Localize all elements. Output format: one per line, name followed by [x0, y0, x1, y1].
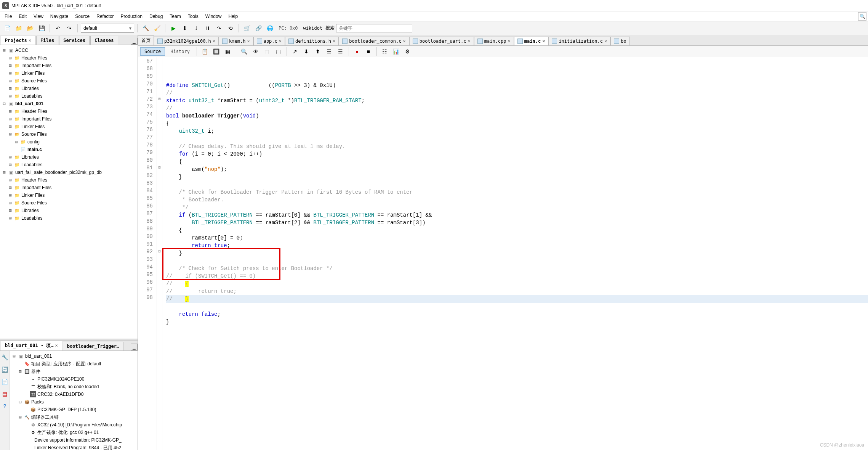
- fold-toggle[interactable]: [157, 126, 162, 133]
- expand-toggle[interactable]: ⊞: [8, 177, 13, 183]
- code-line[interactable]: if (BTL_TRIGGER_PATTERN == ramStart[0] &…: [166, 211, 868, 219]
- editor-tool-icon[interactable]: ⬇: [301, 47, 311, 56]
- tree-row[interactable]: ⊞📁Important Files: [0, 184, 138, 191]
- line-number[interactable]: 84: [138, 187, 153, 194]
- wrench-icon[interactable]: 🔧: [0, 352, 10, 362]
- fold-toggle[interactable]: [157, 111, 162, 118]
- line-number[interactable]: 97: [138, 286, 153, 294]
- line-number[interactable]: 91: [138, 240, 153, 248]
- tree-row[interactable]: ⊞📁Source Files: [0, 199, 138, 207]
- expand-toggle[interactable]: ⊞: [8, 215, 13, 221]
- fold-toggle[interactable]: [157, 88, 162, 95]
- line-number[interactable]: 67: [138, 57, 153, 65]
- editor-tab[interactable]: bootloader_common.c×: [339, 37, 409, 45]
- tree-row[interactable]: ⊞📁Loadables: [0, 161, 138, 169]
- fold-toggle[interactable]: [157, 65, 162, 72]
- search-icon[interactable]: 🔍: [858, 12, 866, 21]
- expand-toggle[interactable]: ⊞: [8, 162, 13, 167]
- close-icon[interactable]: ×: [468, 39, 471, 44]
- close-icon[interactable]: ×: [247, 39, 250, 44]
- cart-icon[interactable]: 🛒: [242, 23, 252, 33]
- tree-row[interactable]: ⊞📁Important Files: [0, 115, 138, 123]
- line-number[interactable]: 98: [138, 294, 153, 301]
- editor-tool-icon[interactable]: ⬆: [313, 47, 323, 56]
- tree-row[interactable]: 📄main.c: [0, 146, 138, 153]
- menu-help[interactable]: Help: [225, 13, 241, 20]
- editor-tab[interactable]: main.c×: [514, 37, 549, 45]
- line-number[interactable]: 77: [138, 133, 153, 141]
- close-icon[interactable]: ×: [542, 39, 545, 44]
- tree-row[interactable]: ⊞📁Header Files: [0, 176, 138, 184]
- stop-icon[interactable]: ■: [364, 47, 373, 56]
- tree-row[interactable]: ⊟▣uart_fail_safe_bootloader_pic32mk_gp_d…: [0, 169, 138, 176]
- expand-toggle[interactable]: ⊟: [8, 132, 13, 137]
- undo-button[interactable]: ↶: [53, 23, 63, 33]
- expand-toggle[interactable]: ⊟: [2, 48, 7, 53]
- code-line[interactable]: return true;: [166, 242, 868, 249]
- expand-toggle[interactable]: ⊞: [8, 124, 13, 129]
- menu-team[interactable]: Team: [167, 13, 184, 20]
- reset-button[interactable]: ⟲: [226, 23, 235, 33]
- fold-toggle[interactable]: [157, 149, 162, 156]
- line-number[interactable]: 73: [138, 103, 153, 111]
- editor-tool-icon[interactable]: ▦: [223, 47, 233, 56]
- editor-tab[interactable]: p32mk1024gpe100.h×: [154, 37, 219, 45]
- tree-row[interactable]: ⊞📁Loadables: [0, 214, 138, 222]
- expand-toggle[interactable]: ⊞: [8, 55, 13, 61]
- editor-tool-icon[interactable]: ↗: [290, 47, 300, 56]
- expand-toggle[interactable]: ⊞: [8, 185, 13, 190]
- fold-toggle[interactable]: [157, 194, 162, 202]
- run-button[interactable]: ▶: [168, 23, 178, 33]
- fold-toggle[interactable]: [157, 210, 162, 217]
- code-line[interactable]: for (i = 0; i < 2000; i++): [166, 150, 868, 158]
- save-all-button[interactable]: 💾: [37, 23, 46, 33]
- expand-toggle[interactable]: ⊞: [8, 109, 13, 114]
- tree-row[interactable]: ⊞📁Header Files: [0, 54, 138, 62]
- code-line[interactable]: */: [166, 204, 868, 211]
- code-line[interactable]: // if (SWITCH_Get() == 0): [166, 272, 868, 280]
- expand-toggle[interactable]: ⊞: [8, 71, 13, 76]
- expand-toggle[interactable]: ⊞: [14, 139, 19, 145]
- config-combo[interactable]: default ▾: [81, 24, 134, 33]
- expand-toggle[interactable]: ⊞: [8, 208, 13, 213]
- line-number[interactable]: 95: [138, 271, 153, 278]
- fold-toggle[interactable]: [157, 278, 162, 286]
- code-line[interactable]: }: [166, 249, 868, 257]
- editor-tool-icon[interactable]: ☰: [324, 47, 334, 56]
- tree-row[interactable]: ⊞📁config: [0, 138, 138, 146]
- line-number[interactable]: 86: [138, 202, 153, 210]
- code-line[interactable]: {: [166, 158, 868, 166]
- expand-toggle[interactable]: ⊟: [18, 415, 23, 420]
- code-line[interactable]: {: [166, 120, 868, 127]
- menu-refactor[interactable]: Refactor: [93, 13, 117, 20]
- editor-tool-icon[interactable]: ⬚: [274, 47, 283, 56]
- fold-toggle[interactable]: [157, 141, 162, 149]
- editor-tool-icon[interactable]: 📊: [391, 47, 401, 56]
- tree-row[interactable]: ⊟▣ACCC: [0, 47, 138, 54]
- refresh-icon[interactable]: 🔄: [0, 365, 10, 374]
- record-icon[interactable]: ●: [352, 47, 362, 56]
- line-number[interactable]: 71: [138, 88, 153, 95]
- line-number[interactable]: 89: [138, 225, 153, 233]
- fold-toggle[interactable]: [157, 225, 162, 233]
- fold-toggle[interactable]: [157, 202, 162, 210]
- fold-toggle[interactable]: ⊟: [157, 164, 162, 172]
- line-number[interactable]: 93: [138, 256, 153, 263]
- minimize-icon[interactable]: ▁: [131, 38, 138, 45]
- tree-row[interactable]: ⊞📁Important Files: [0, 62, 138, 69]
- tree-row[interactable]: ⊞📁Loadables: [0, 92, 138, 100]
- fold-toggle[interactable]: [157, 263, 162, 271]
- close-icon[interactable]: ×: [55, 343, 58, 348]
- tree-row[interactable]: ⊞📁Libraries: [0, 153, 138, 161]
- fold-toggle[interactable]: [157, 240, 162, 248]
- fold-toggle[interactable]: [157, 271, 162, 278]
- code-line[interactable]: #define SWITCH_Get() ((PORTB >> 3) & 0x1…: [166, 82, 868, 89]
- line-number[interactable]: 80: [138, 156, 153, 164]
- line-number[interactable]: 94: [138, 263, 153, 271]
- code-line[interactable]: [166, 303, 868, 310]
- fold-toggle[interactable]: [157, 172, 162, 179]
- expand-toggle[interactable]: ⊟: [11, 354, 17, 359]
- fold-toggle[interactable]: [157, 294, 162, 301]
- fold-toggle[interactable]: [157, 118, 162, 126]
- fold-toggle[interactable]: ⊟: [157, 248, 162, 256]
